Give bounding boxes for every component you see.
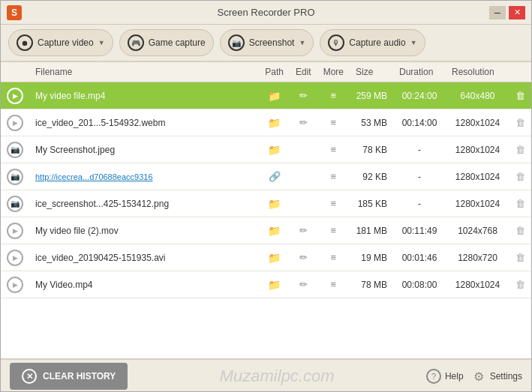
edit-icon[interactable]: ✏ (299, 90, 308, 101)
row-delete-button[interactable]: 🗑 (509, 109, 531, 136)
play-icon[interactable]: ▶ (7, 115, 23, 131)
close-button[interactable]: ✕ (509, 6, 525, 19)
folder-icon[interactable]: 📁 (268, 252, 281, 264)
table-row[interactable]: 📷My Screenshot.jpeg📁≡78 KB-1280x1024🗑 (1, 136, 531, 163)
row-more-icon[interactable]: ≡ (317, 163, 350, 190)
row-edit-icon[interactable]: ✏ (290, 109, 317, 136)
row-path-icon[interactable]: 📁 (259, 82, 290, 109)
table-row[interactable]: ▶My video file (2).mov📁✏≡181 MB00:11:491… (1, 217, 531, 244)
row-path-icon[interactable]: 📁 (259, 109, 290, 136)
folder-icon[interactable]: 📁 (268, 198, 281, 210)
col-header-more: More (317, 62, 350, 82)
folder-icon[interactable]: 📁 (268, 90, 281, 102)
clear-history-button[interactable]: ✕ CLEAR HISTORY (10, 363, 128, 390)
row-path-icon[interactable]: 📁 (259, 217, 290, 244)
game-capture-button[interactable]: 🎮 Game capture (119, 29, 214, 56)
table-row[interactable]: 📷ice_screenshot...425-153412.png📁≡185 KB… (1, 190, 531, 217)
row-delete-button[interactable]: 🗑 (509, 163, 531, 190)
row-type-icon: 📷 (1, 136, 29, 163)
delete-icon[interactable]: 🗑 (515, 252, 525, 263)
folder-icon[interactable]: 📁 (268, 225, 281, 237)
row-edit-icon[interactable]: ✏ (290, 82, 317, 109)
table-row[interactable]: ▶ice_video_201...5-154932.webm📁✏≡53 MB00… (1, 109, 531, 136)
row-more-icon[interactable]: ≡ (317, 217, 350, 244)
play-icon[interactable]: ▶ (7, 223, 23, 239)
row-path-icon[interactable]: 🔗 (259, 163, 290, 190)
menu-icon[interactable]: ≡ (331, 171, 337, 182)
play-icon[interactable]: ▶ (7, 277, 23, 293)
folder-icon[interactable]: 📁 (268, 117, 281, 129)
menu-icon[interactable]: ≡ (331, 252, 337, 263)
folder-icon[interactable]: 📁 (268, 279, 281, 291)
menu-icon[interactable]: ≡ (331, 279, 337, 290)
row-edit-icon (290, 136, 317, 163)
record-icon: ⏺ (17, 34, 33, 51)
row-path-icon[interactable]: 📁 (259, 190, 290, 217)
col-header-filename: Filename (29, 62, 259, 82)
row-more-icon[interactable]: ≡ (317, 109, 350, 136)
row-path-icon[interactable]: 📁 (259, 271, 290, 298)
row-path-icon[interactable]: 📁 (259, 244, 290, 271)
delete-icon[interactable]: 🗑 (515, 144, 525, 155)
table-row[interactable]: ▶My video file.mp4📁✏≡259 MB00:24:00640x4… (1, 82, 531, 109)
row-more-icon[interactable]: ≡ (317, 271, 350, 298)
row-delete-button[interactable]: 🗑 (509, 190, 531, 217)
edit-icon[interactable]: ✏ (299, 117, 308, 128)
play-icon[interactable]: ▶ (7, 250, 23, 266)
delete-icon[interactable]: 🗑 (515, 198, 525, 209)
delete-icon[interactable]: 🗑 (515, 225, 525, 236)
delete-icon[interactable]: 🗑 (515, 279, 525, 290)
capture-audio-button[interactable]: 🎙 Capture audio ▼ (320, 29, 425, 56)
help-button[interactable]: ? Help (426, 369, 464, 384)
row-delete-button[interactable]: 🗑 (509, 217, 531, 244)
menu-icon[interactable]: ≡ (331, 144, 337, 155)
file-list-container[interactable]: Filename Path Edit More Size Duration Re… (1, 62, 531, 358)
menu-icon[interactable]: ≡ (331, 117, 337, 128)
link-icon[interactable]: 🔗 (269, 171, 281, 182)
row-edit-icon[interactable]: ✏ (290, 217, 317, 244)
capture-video-button[interactable]: ⏺ Capture video ▼ (8, 29, 113, 56)
folder-icon[interactable]: 📁 (268, 144, 281, 156)
camera-icon: 📷 (7, 142, 23, 158)
row-delete-button[interactable]: 🗑 (509, 136, 531, 163)
app-title: Screen Recorder PRO (217, 7, 314, 18)
row-delete-button[interactable]: 🗑 (509, 244, 531, 271)
row-edit-icon[interactable]: ✏ (290, 244, 317, 271)
table-row[interactable]: ▶My Video.mp4📁✏≡78 MB00:08:001280x1024🗑 (1, 271, 531, 298)
edit-icon[interactable]: ✏ (299, 279, 308, 290)
edit-icon[interactable]: ✏ (299, 252, 308, 263)
row-more-icon[interactable]: ≡ (317, 244, 350, 271)
row-size: 92 KB (350, 163, 393, 190)
row-filename[interactable]: http://icecrea...d70688eacc9316 (29, 163, 259, 190)
game-icon: 🎮 (128, 34, 144, 51)
screenshot-button[interactable]: 📷 Screenshot ▼ (220, 29, 314, 56)
row-edit-icon[interactable]: ✏ (290, 271, 317, 298)
delete-icon[interactable]: 🗑 (515, 171, 525, 182)
row-delete-button[interactable]: 🗑 (509, 82, 531, 109)
menu-icon[interactable]: ≡ (331, 90, 337, 101)
row-more-icon[interactable]: ≡ (317, 82, 350, 109)
play-icon[interactable]: ▶ (7, 88, 23, 104)
clear-history-label: CLEAR HISTORY (43, 371, 116, 382)
menu-icon[interactable]: ≡ (331, 198, 337, 209)
table-row[interactable]: ▶ice_video_20190425-151935.avi📁✏≡19 MB00… (1, 244, 531, 271)
help-label: Help (445, 371, 464, 382)
row-delete-button[interactable]: 🗑 (509, 271, 531, 298)
delete-icon[interactable]: 🗑 (515, 117, 525, 128)
menu-icon[interactable]: ≡ (331, 225, 337, 236)
row-path-icon[interactable]: 📁 (259, 136, 290, 163)
toolbar: ⏺ Capture video ▼ 🎮 Game capture 📷 Scree… (1, 25, 531, 62)
row-filename: ice_video_201...5-154932.webm (29, 109, 259, 136)
edit-icon[interactable]: ✏ (299, 225, 308, 236)
delete-icon[interactable]: 🗑 (515, 90, 525, 101)
row-resolution: 640x480 (446, 82, 509, 109)
table-row[interactable]: 📷http://icecrea...d70688eacc9316🔗≡92 KB-… (1, 163, 531, 190)
minimize-button[interactable]: ─ (489, 6, 506, 19)
row-type-icon: 📷 (1, 190, 29, 217)
capture-audio-chevron: ▼ (410, 39, 417, 46)
settings-icon: ⚙ (471, 369, 486, 384)
row-more-icon[interactable]: ≡ (317, 190, 350, 217)
settings-button[interactable]: ⚙ Settings (471, 369, 522, 384)
row-more-icon[interactable]: ≡ (317, 136, 350, 163)
main-content: Filename Path Edit More Size Duration Re… (1, 62, 531, 358)
